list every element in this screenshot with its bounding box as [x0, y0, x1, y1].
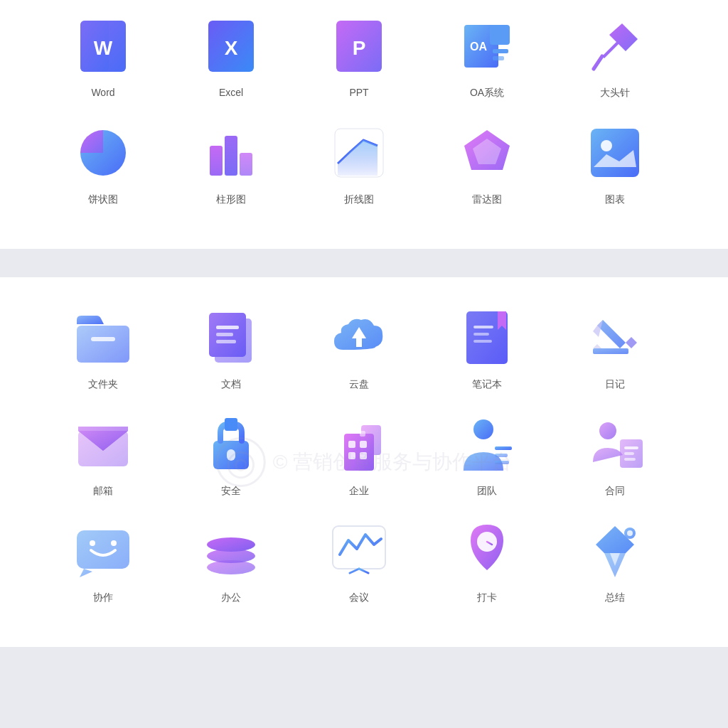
bottom-row3: 协作 办公: [43, 519, 685, 619]
icon-label-doc: 文档: [221, 378, 241, 391]
icon-item-contract: 合同: [555, 412, 675, 498]
icon-box-meeting: [327, 519, 391, 583]
svg-rect-14: [225, 136, 237, 176]
icon-label-line: 折线图: [344, 193, 374, 206]
top-section: W Word X Excel: [0, 0, 728, 249]
icon-label-folder: 文件夹: [88, 378, 118, 391]
icon-box-excel: X: [199, 14, 263, 78]
icon-box-diary: [583, 306, 647, 370]
icon-item-notebook: 笔记本: [427, 306, 547, 391]
icon-box-pin: [583, 14, 647, 78]
svg-rect-50: [495, 454, 508, 457]
icon-label-pie: 饼状图: [88, 193, 118, 206]
icon-item-excel: X Excel: [171, 14, 291, 100]
icon-box-word: W: [71, 14, 135, 78]
icon-label-radar: 雷达图: [472, 193, 502, 206]
svg-point-20: [601, 140, 612, 151]
icon-label-diary: 日记: [605, 378, 625, 391]
svg-rect-45: [348, 452, 355, 459]
icon-label-office: 办公: [221, 592, 241, 604]
icon-label-contract: 合同: [605, 485, 625, 498]
svg-rect-46: [360, 452, 367, 459]
svg-rect-51: [495, 461, 509, 464]
icon-box-cloud: [327, 306, 391, 370]
icon-label-cloud: 云盘: [349, 378, 369, 391]
icon-box-checkin: [455, 519, 519, 583]
svg-rect-43: [348, 441, 355, 448]
icon-label-ppt: PPT: [349, 87, 368, 98]
svg-rect-54: [624, 446, 638, 449]
svg-rect-27: [216, 340, 236, 343]
icon-item-oa: OA OA系统: [427, 14, 547, 100]
icon-label-pin: 大头针: [600, 87, 630, 100]
svg-rect-42: [361, 425, 381, 455]
svg-line-12: [594, 56, 602, 69]
icon-item-team: 团队: [427, 412, 547, 498]
icon-item-chart: 图表: [555, 121, 675, 206]
icon-item-folder: 文件夹: [43, 306, 164, 391]
svg-rect-57: [77, 530, 129, 569]
svg-rect-21: [77, 326, 129, 363]
icon-item-line: 折线图: [299, 121, 419, 206]
svg-text:W: W: [94, 37, 113, 59]
icon-item-pin: 大头针: [555, 14, 675, 100]
svg-rect-13: [210, 146, 223, 176]
bottom-row1: 文件夹: [43, 306, 685, 405]
top-row1: W Word X Excel: [43, 14, 685, 114]
icon-label-chart: 图表: [605, 193, 625, 206]
bottom-row2: 邮箱: [43, 412, 685, 512]
bottom-section: ◎ © 营销创意服务与协作平台: [0, 277, 728, 647]
svg-text:OA: OA: [470, 41, 487, 53]
svg-rect-40: [225, 418, 237, 431]
svg-rect-10: [493, 56, 504, 60]
svg-text:P: P: [353, 37, 366, 59]
icon-item-mail: 邮箱: [43, 412, 164, 498]
icon-label-notebook: 笔记本: [472, 378, 502, 391]
icon-item-meeting: 会议: [299, 519, 419, 604]
icon-item-word: W Word: [43, 14, 164, 100]
svg-rect-25: [216, 326, 239, 329]
svg-rect-30: [473, 326, 493, 328]
svg-point-59: [111, 540, 117, 546]
svg-rect-56: [624, 458, 636, 461]
svg-rect-49: [495, 446, 512, 450]
svg-text:X: X: [225, 37, 238, 59]
icon-box-collab: [71, 519, 135, 583]
icon-label-safe: 安全: [221, 485, 241, 498]
icon-item-pie: 饼状图: [43, 121, 164, 206]
icon-item-doc: 文档: [171, 306, 291, 391]
svg-rect-8: [490, 25, 510, 45]
top-row2: 饼状图: [43, 121, 685, 220]
icon-box-folder: [71, 306, 135, 370]
icon-item-ppt: P PPT: [299, 14, 419, 100]
icon-box-oa: OA: [455, 14, 519, 78]
svg-point-75: [627, 530, 633, 536]
svg-rect-15: [240, 153, 252, 176]
icon-item-collab: 协作: [43, 519, 164, 604]
svg-point-62: [207, 537, 255, 552]
icon-box-notebook: [455, 306, 519, 370]
svg-rect-55: [624, 452, 634, 455]
icon-item-summary: 总结: [555, 519, 675, 604]
icon-label-meeting: 会议: [349, 592, 369, 604]
icon-label-oa: OA系统: [470, 87, 504, 100]
icon-item-safe: 安全: [171, 412, 291, 498]
svg-rect-47: [360, 431, 365, 437]
icon-item-diary: 日记: [555, 306, 675, 391]
icon-box-enterprise: [327, 412, 391, 476]
svg-marker-34: [593, 344, 601, 348]
icon-item-office: 办公: [171, 519, 291, 604]
icon-item-checkin: 打卡: [427, 519, 547, 604]
icon-label-checkin: 打卡: [477, 592, 497, 604]
icon-box-chart: [583, 121, 647, 185]
svg-rect-22: [91, 337, 115, 341]
icon-box-summary: [583, 519, 647, 583]
svg-rect-26: [216, 333, 233, 336]
icon-label-excel: Excel: [219, 87, 243, 98]
icon-box-office: [199, 519, 263, 583]
svg-point-52: [599, 422, 616, 439]
icon-box-contract: [583, 412, 647, 476]
icon-box-ppt: P: [327, 14, 391, 78]
icon-item-radar: 雷达图: [427, 121, 547, 206]
icon-item-cloud: 云盘: [299, 306, 419, 391]
